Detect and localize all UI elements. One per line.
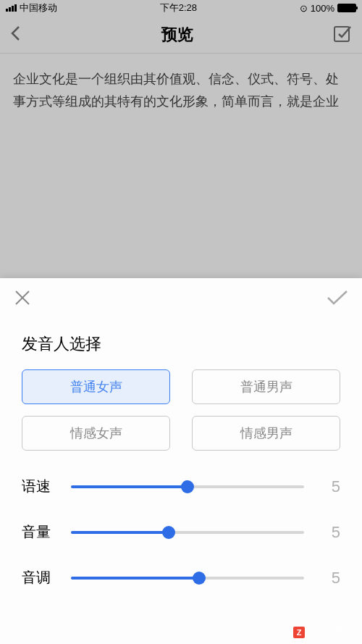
voice-option-normal-female[interactable]: 普通女声 <box>22 369 170 404</box>
voice-option-emotion-female[interactable]: 情感女声 <box>22 416 170 451</box>
slider-thumb[interactable] <box>162 526 175 539</box>
back-button[interactable] <box>10 25 22 45</box>
status-right: ⊙ 100% <box>300 3 356 14</box>
sheet-header <box>0 278 362 320</box>
slider-label-speed: 语速 <box>22 477 56 496</box>
watermark-line1: 中关村在线论坛 <box>307 623 358 633</box>
watermark: Z 中关村在线论坛 bbs.zol.com.cn <box>293 623 358 641</box>
section-title: 发音人选择 <box>0 320 362 369</box>
status-bar: 中国移动 下午2:28 ⊙ 100% <box>0 0 362 16</box>
svg-rect-0 <box>334 27 349 41</box>
voice-options-grid: 普通女声 普通男声 情感女声 情感男声 <box>0 369 362 464</box>
status-time: 下午2:28 <box>160 1 197 14</box>
slider-row-speed: 语速 5 <box>0 464 362 509</box>
chevron-left-icon <box>10 25 22 42</box>
voice-option-normal-male[interactable]: 普通男声 <box>192 369 340 404</box>
slider-label-pitch: 音调 <box>22 568 56 587</box>
slider-thumb[interactable] <box>181 480 194 493</box>
slider-value-pitch: 5 <box>319 569 340 587</box>
slider-volume[interactable] <box>71 531 304 534</box>
voice-settings-sheet: 发音人选择 普通女声 普通男声 情感女声 情感男声 语速 5 音量 5 音调 5… <box>0 278 362 644</box>
slider-thumb[interactable] <box>193 572 206 585</box>
carrier-label: 中国移动 <box>20 1 57 14</box>
close-icon <box>13 288 32 307</box>
preview-content: 企业文化是一个组织由其价值观、信念、仪式、符号、处事方式等组成的其特有的文化形象… <box>0 54 362 127</box>
slider-value-volume: 5 <box>319 523 340 542</box>
close-button[interactable] <box>13 288 32 310</box>
confirm-button[interactable] <box>333 24 352 46</box>
slider-speed[interactable] <box>71 485 304 488</box>
slider-row-volume: 音量 5 <box>0 509 362 555</box>
battery-percent: 100% <box>311 3 334 14</box>
slider-fill <box>71 485 188 488</box>
status-left: 中国移动 <box>6 1 57 14</box>
slider-fill <box>71 531 169 534</box>
orientation-lock-icon: ⊙ <box>300 3 308 14</box>
watermark-logo: Z <box>293 627 305 638</box>
check-box-icon <box>333 24 352 43</box>
slider-row-pitch: 音调 5 <box>0 555 362 601</box>
slider-pitch[interactable] <box>71 577 304 580</box>
slider-fill <box>71 577 199 580</box>
battery-icon <box>337 4 356 12</box>
watermark-line2: bbs.zol.com.cn <box>307 633 358 641</box>
nav-bar: 预览 <box>0 16 362 54</box>
voice-option-emotion-male[interactable]: 情感男声 <box>192 416 340 451</box>
apply-button[interactable] <box>326 289 349 309</box>
page-title: 预览 <box>161 24 193 46</box>
check-icon <box>326 289 349 306</box>
slider-value-speed: 5 <box>319 477 340 496</box>
signal-icon <box>6 4 17 12</box>
slider-label-volume: 音量 <box>22 522 56 542</box>
